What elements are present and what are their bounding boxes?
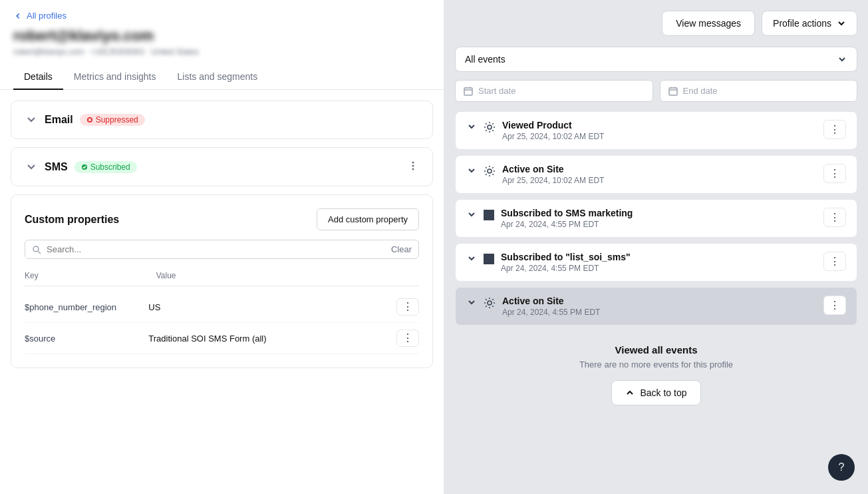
event-chevron-0[interactable] <box>466 121 477 132</box>
event-item-0: Viewed Product Apr 25, 2024, 10:02 AM ED… <box>455 111 857 150</box>
tab-bar: Details Metrics and insights Lists and s… <box>0 65 444 90</box>
calendar-icon-start <box>464 87 473 96</box>
profile-actions-button[interactable]: Profile actions <box>762 11 857 36</box>
chevron-down-icon <box>837 19 846 28</box>
event-date-1: Apr 25, 2024, 10:02 AM EDT <box>502 176 817 185</box>
event-item-1: Active on Site Apr 25, 2024, 10:02 AM ED… <box>455 155 857 194</box>
event-chevron-2[interactable] <box>466 209 477 220</box>
prop-value-1: Traditional SOI SMS Form (all) <box>148 334 396 344</box>
event-more-button-2[interactable]: ⋮ <box>823 208 846 227</box>
event-title-2: Subscribed to SMS marketing <box>501 208 817 218</box>
tab-details[interactable]: Details <box>13 65 63 90</box>
right-panel: View messages Profile actions All events… <box>444 0 868 494</box>
profile-name: robert@klaviyo.com <box>13 27 430 45</box>
event-chevron-3[interactable] <box>466 253 477 264</box>
prop-row-0: $phone_number_region US ⋮ <box>25 292 419 323</box>
subscribed-icon <box>81 164 88 170</box>
search-row: Clear <box>25 240 419 259</box>
svg-line-8 <box>39 251 41 254</box>
event-more-button-1[interactable]: ⋮ <box>823 164 846 183</box>
search-icon <box>32 245 41 254</box>
prop-value-0: US <box>148 302 396 312</box>
custom-properties-card: Custom properties Add custom property Cl… <box>11 194 433 368</box>
back-to-profiles-link[interactable]: All profiles <box>13 11 430 21</box>
events-end-title: Viewed all events <box>455 344 857 356</box>
prop-more-button-0[interactable]: ⋮ <box>396 298 419 316</box>
help-button[interactable]: ? <box>828 454 855 481</box>
calendar-icon-end <box>668 87 678 96</box>
filter-chevron-icon <box>837 54 847 65</box>
email-channel-title: Email <box>45 114 73 126</box>
back-label: All profiles <box>27 11 67 21</box>
date-filters: Start date End date <box>455 80 857 102</box>
prop-key-1: $source <box>25 334 148 344</box>
event-more-button-4[interactable]: ⋮ <box>823 296 846 315</box>
event-date-0: Apr 25, 2024, 10:02 AM EDT <box>502 132 817 141</box>
event-square-icon-3 <box>484 254 494 264</box>
back-to-top-button[interactable]: Back to top <box>611 380 700 405</box>
svg-point-7 <box>33 246 39 252</box>
event-gear-icon-1 <box>484 165 496 177</box>
event-item-2: Subscribed to SMS marketing Apr 24, 2024… <box>455 199 857 238</box>
event-square-icon-2 <box>484 210 494 220</box>
svg-rect-9 <box>464 88 472 95</box>
event-title-1: Active on Site <box>502 164 817 174</box>
events-end-subtitle: There are no more events for this profil… <box>455 360 857 370</box>
prop-more-button-1[interactable]: ⋮ <box>396 330 419 347</box>
add-custom-property-button[interactable]: Add custom property <box>317 208 419 230</box>
svg-point-6 <box>412 168 414 170</box>
end-date-input[interactable]: End date <box>660 80 858 102</box>
event-item-3: Subscribed to "list_soi_sms" Apr 24, 202… <box>455 243 857 282</box>
sms-channel-title: SMS <box>45 161 68 173</box>
event-gear-icon-0 <box>484 121 496 133</box>
events-end-section: Viewed all events There are no more even… <box>455 331 857 380</box>
chevron-up-icon <box>625 388 635 397</box>
arrow-left-icon <box>13 11 23 21</box>
event-item-4: Active on Site Apr 24, 2024, 4:55 PM EDT… <box>455 287 857 326</box>
profile-sub: robert@klaviyo.com · +18135309363 · Unit… <box>13 47 430 57</box>
event-date-3: Apr 24, 2024, 4:55 PM EDT <box>501 264 817 273</box>
start-date-input[interactable]: Start date <box>455 80 653 102</box>
sms-more-button[interactable] <box>407 160 419 174</box>
events-filter-label: All events <box>465 54 506 65</box>
svg-rect-13 <box>669 88 677 95</box>
start-date-label: Start date <box>478 86 515 96</box>
properties-table: Key Value $phone_number_region US ⋮ $sou… <box>25 268 419 354</box>
event-chevron-4[interactable] <box>466 297 477 308</box>
search-input[interactable] <box>47 244 386 254</box>
top-action-bar: View messages Profile actions <box>662 11 857 36</box>
end-date-label: End date <box>683 86 718 96</box>
events-filter-dropdown[interactable]: All events <box>455 47 857 72</box>
event-more-button-3[interactable]: ⋮ <box>823 252 846 271</box>
prop-row-1: $source Traditional SOI SMS Form (all) ⋮ <box>25 323 419 354</box>
event-gear-icon-4 <box>484 297 496 309</box>
tab-metrics[interactable]: Metrics and insights <box>63 65 167 90</box>
svg-point-5 <box>412 165 414 167</box>
sms-chevron-icon[interactable] <box>25 160 38 174</box>
prop-key-0: $phone_number_region <box>25 302 148 312</box>
event-title-3: Subscribed to "list_soi_sms" <box>501 252 817 262</box>
sms-channel-card: SMS Subscribed <box>11 147 433 186</box>
svg-point-19 <box>488 301 492 305</box>
view-messages-button[interactable]: View messages <box>662 11 755 36</box>
event-more-button-0[interactable]: ⋮ <box>823 120 846 139</box>
event-date-2: Apr 24, 2024, 4:55 PM EDT <box>501 220 817 229</box>
event-title-0: Viewed Product <box>502 120 817 130</box>
col-header-key: Key <box>25 271 156 280</box>
event-title-4: Active on Site <box>502 296 817 306</box>
svg-point-18 <box>488 169 492 173</box>
clear-button[interactable]: Clear <box>391 244 412 254</box>
custom-props-title: Custom properties <box>25 214 119 226</box>
email-status-badge: Suppressed <box>80 114 145 126</box>
back-to-top-label: Back to top <box>640 387 686 398</box>
email-channel-card: Email Suppressed <box>11 101 433 139</box>
event-chevron-1[interactable] <box>466 165 477 176</box>
svg-point-17 <box>488 125 492 129</box>
suppressed-icon <box>86 117 93 123</box>
tab-lists[interactable]: Lists and segments <box>167 65 269 90</box>
event-date-4: Apr 24, 2024, 4:55 PM EDT <box>502 308 817 317</box>
col-header-value: Value <box>156 271 419 280</box>
svg-point-4 <box>412 162 414 164</box>
sms-status-badge: Subscribed <box>74 161 137 173</box>
email-chevron-icon[interactable] <box>25 113 38 126</box>
